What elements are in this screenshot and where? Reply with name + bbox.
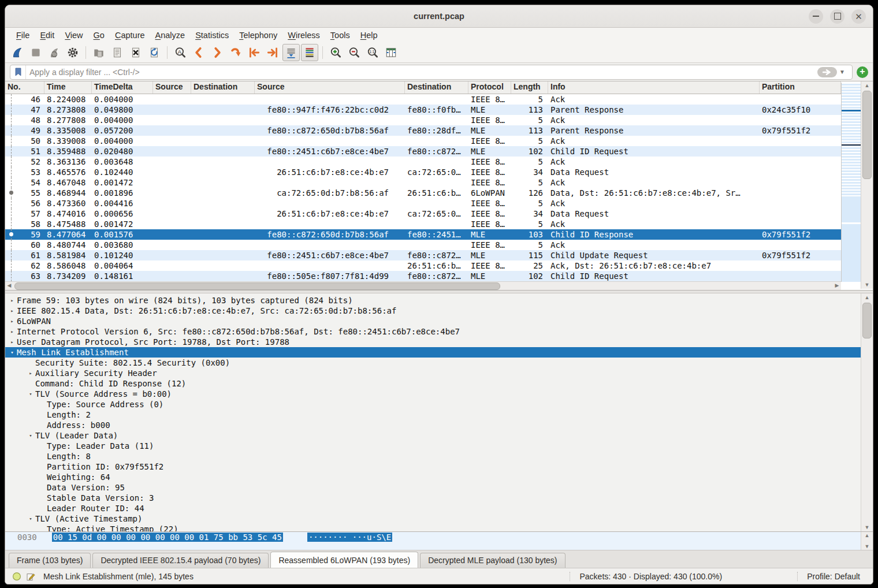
go-forward-button[interactable] [209, 44, 226, 61]
detail-line[interactable]: Data Version: 95 [5, 482, 861, 493]
packet-row[interactable]: 61 8.581984 0.101240 fe80::2451:c6b7:e8c… [5, 250, 841, 260]
packet-row[interactable]: 55 8.468944 0.001896 ca:72:65:0d:b7:b8:5… [5, 188, 841, 198]
packet-list-hscrollbar[interactable]: ◀ ▶ [5, 281, 841, 290]
find-packet-button[interactable]: A [172, 44, 189, 61]
expand-arrow-icon[interactable] [38, 399, 47, 410]
expand-arrow-icon[interactable] [38, 524, 47, 531]
capture-comment-icon[interactable] [26, 572, 35, 581]
column-header[interactable]: Source [255, 81, 405, 94]
capture-options-button[interactable] [64, 44, 81, 61]
details-vscrollbar[interactable]: ▲ ▼ [861, 293, 873, 531]
column-header[interactable]: Protocol [468, 81, 511, 94]
detail-line[interactable]: ▾TLV (Source Address = b0:00) [5, 389, 861, 399]
detail-line[interactable]: ▾Mesh Link Establishment [5, 347, 861, 358]
packet-row[interactable]: 54 8.467048 0.001472 IEEE 8… 5 Ack [5, 177, 841, 188]
details-scroll-thumb[interactable] [862, 303, 872, 338]
packet-list-vscrollbar[interactable]: ▲ ▼ [861, 81, 873, 289]
detail-line[interactable]: Weighting: 64 [5, 472, 861, 482]
packet-row[interactable]: 48 8.277808 0.004000 IEEE 8… 5 Ack [5, 115, 841, 125]
column-header[interactable]: Info [548, 81, 760, 94]
scroll-up-arrow-icon[interactable]: ▲ [861, 531, 873, 539]
scroll-down-arrow-icon[interactable]: ▼ [861, 281, 873, 289]
packet-row[interactable]: 52 8.363136 0.003648 IEEE 8… 5 Ack [5, 157, 841, 167]
detail-line[interactable]: ▸User Datagram Protocol, Src Port: 19788… [5, 337, 861, 347]
open-file-button[interactable] [90, 44, 107, 61]
detail-line[interactable]: ▾TLV (Leader Data) [5, 430, 861, 441]
menu-item[interactable]: View [59, 29, 88, 41]
detail-line[interactable]: Security Suite: 802.15.4 Security (0x00) [5, 358, 861, 368]
expand-arrow-icon[interactable]: ▾ [8, 347, 17, 358]
expand-arrow-icon[interactable] [38, 410, 47, 420]
stop-capture-button[interactable] [27, 44, 44, 61]
column-header[interactable]: Source [153, 81, 191, 94]
column-header[interactable]: Destination [405, 81, 468, 94]
hex-line[interactable]: 003000 15 0d 00 00 00 00 00 00 00 01 75 … [5, 532, 861, 543]
packet-row[interactable]: 56 8.473360 0.004416 IEEE 8… 5 Ack [5, 198, 841, 209]
column-header[interactable]: Partition [760, 81, 841, 94]
detail-line[interactable]: Address: b000 [5, 420, 861, 430]
scroll-left-arrow-icon[interactable]: ◀ [5, 282, 13, 289]
expert-info-icon[interactable] [12, 572, 21, 581]
packet-row[interactable]: 59 8.477064 0.001576 fe80::c872:650d:b7b… [5, 229, 841, 240]
go-back-button[interactable] [190, 44, 207, 61]
expand-arrow-icon[interactable]: ▸ [8, 306, 17, 316]
scroll-down-arrow-icon[interactable]: ▼ [861, 542, 873, 550]
expand-arrow-icon[interactable]: ▸ [26, 368, 35, 378]
go-first-packet-button[interactable] [245, 44, 263, 61]
close-file-button[interactable] [127, 44, 144, 61]
start-capture-button[interactable] [9, 44, 26, 61]
expand-arrow-icon[interactable]: ▸ [8, 295, 17, 306]
detail-line[interactable]: ▸Frame 59: 103 bytes on wire (824 bits),… [5, 295, 861, 306]
column-header[interactable]: TimeDelta [92, 81, 153, 94]
restart-capture-button[interactable] [46, 44, 63, 61]
menu-item[interactable]: File [11, 29, 35, 41]
expand-arrow-icon[interactable] [38, 462, 47, 472]
detail-line[interactable]: Leader Router ID: 44 [5, 503, 861, 513]
detail-line[interactable]: Command: Child ID Response (12) [5, 378, 861, 389]
auto-scroll-button[interactable] [282, 44, 300, 61]
expand-arrow-icon[interactable]: ▾ [26, 389, 35, 399]
hex-ascii-selected[interactable]: ········ ···u·S\E [307, 533, 392, 542]
detail-line[interactable]: ▸6LoWPAN [5, 316, 861, 326]
zoom-out-button[interactable] [345, 44, 363, 61]
menu-item[interactable]: Edit [35, 29, 59, 41]
scroll-down-arrow-icon[interactable]: ▼ [861, 523, 873, 531]
packet-row[interactable]: 60 8.480744 0.003680 IEEE 8… 5 Ack [5, 240, 841, 250]
filter-dropdown-caret[interactable]: ▼ [839, 69, 849, 75]
expand-arrow-icon[interactable]: ▾ [26, 513, 35, 524]
expand-arrow-icon[interactable] [38, 503, 47, 513]
add-filter-button[interactable]: + [857, 66, 868, 78]
expand-arrow-icon[interactable] [26, 358, 35, 368]
minimize-button[interactable] [809, 9, 823, 24]
expand-arrow-icon[interactable]: ▸ [8, 316, 17, 326]
detail-line[interactable]: Length: 8 [5, 451, 861, 462]
close-button[interactable]: ✕ [851, 9, 866, 24]
menu-item[interactable]: Wireless [282, 29, 325, 41]
packet-row[interactable]: 63 8.734209 0.148161 fe80::505e:f807:7f8… [5, 271, 841, 281]
filter-bookmark-icon[interactable] [10, 65, 26, 79]
scroll-up-arrow-icon[interactable]: ▲ [861, 81, 873, 90]
packet-row[interactable]: 57 8.474016 0.000656 26:51:c6:b7:e8:ce:4… [5, 209, 841, 219]
packet-row[interactable]: 53 8.465576 0.102440 26:51:c6:b7:e8:ce:4… [5, 167, 841, 177]
menu-item[interactable]: Analyze [150, 29, 191, 41]
reload-file-button[interactable] [146, 44, 163, 61]
packet-row[interactable]: 49 8.335008 0.057200 fe80::c872:650d:b7b… [5, 125, 841, 136]
save-file-button[interactable] [109, 44, 126, 61]
detail-line[interactable]: ▸Auxiliary Security Header [5, 368, 861, 378]
detail-line[interactable]: ▾TLV (Active Timestamp) [5, 513, 861, 524]
byte-view-tab[interactable]: Decrypted MLE payload (130 bytes) [420, 553, 565, 568]
zoom-in-button[interactable] [327, 44, 344, 61]
colorize-button[interactable] [301, 44, 318, 61]
vscroll-thumb[interactable] [862, 91, 872, 179]
intelligent-scrollbar-minimap[interactable] [841, 83, 861, 282]
byte-view-tab[interactable]: Decrypted IEEE 802.15.4 payload (70 byte… [92, 553, 269, 568]
packet-row[interactable]: 62 8.586048 0.004064 26:51:c6:b… IEEE 8…… [5, 260, 841, 271]
packet-row[interactable]: 51 8.359488 0.020480 fe80::2451:c6b7:e8c… [5, 146, 841, 157]
expand-arrow-icon[interactable] [38, 451, 47, 462]
detail-line[interactable]: Partition ID: 0x79f551f2 [5, 462, 861, 472]
detail-line[interactable]: Stable Data Version: 3 [5, 493, 861, 503]
scroll-right-arrow-icon[interactable]: ▶ [833, 282, 841, 289]
display-filter-input[interactable] [26, 68, 817, 77]
expand-arrow-icon[interactable] [38, 493, 47, 503]
detail-line[interactable]: ▸IEEE 802.15.4 Data, Dst: 26:51:c6:b7:e8… [5, 306, 861, 316]
